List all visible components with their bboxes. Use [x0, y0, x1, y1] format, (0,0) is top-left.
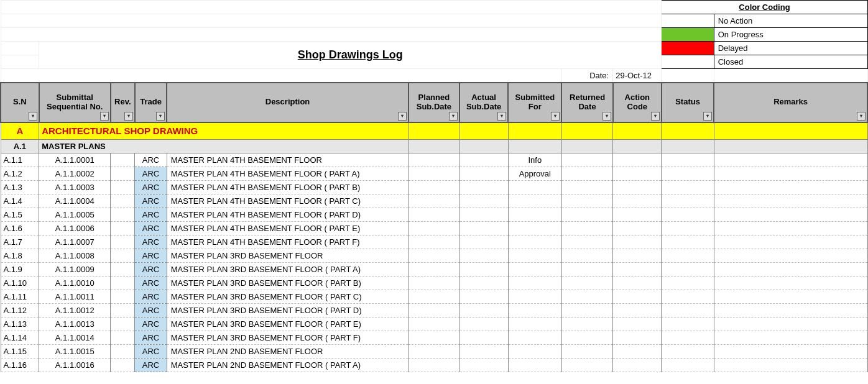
cell-remarks[interactable]	[714, 345, 867, 359]
cell-subfor[interactable]	[508, 277, 561, 290]
cell-planned[interactable]	[409, 153, 459, 167]
cell-status[interactable]	[662, 318, 714, 331]
cell-status[interactable]	[662, 290, 714, 304]
cell-subfor[interactable]	[508, 331, 561, 345]
table-row[interactable]: A.1.12A.1.1.0012ARCMASTER PLAN 3RD BASEM…	[1, 304, 867, 318]
cell-seq[interactable]: A.1.1.0001	[39, 153, 111, 167]
cell-rev[interactable]	[111, 208, 135, 222]
cell-planned[interactable]	[409, 235, 459, 249]
cell-status[interactable]	[662, 345, 714, 359]
filter-dropdown-icon[interactable]: ▾	[497, 112, 506, 121]
cell-actual[interactable]	[459, 263, 508, 277]
cell-action[interactable]	[613, 318, 662, 331]
table-row[interactable]: A.1.10A.1.1.0010ARCMASTER PLAN 3RD BASEM…	[1, 277, 867, 290]
cell-trade[interactable]: ARC	[135, 359, 167, 372]
col-status[interactable]: Status▾	[662, 83, 714, 122]
cell-status[interactable]	[662, 277, 714, 290]
cell-actual[interactable]	[459, 277, 508, 290]
cell-trade[interactable]: ARC	[135, 194, 167, 208]
cell-status[interactable]	[662, 222, 714, 235]
cell-remarks[interactable]	[714, 290, 867, 304]
cell-seq[interactable]: A.1.1.0003	[39, 181, 111, 194]
cell-sn[interactable]: A.1.8	[1, 249, 39, 263]
cell-trade[interactable]: ARC	[135, 208, 167, 222]
cell-trade[interactable]: ARC	[135, 249, 167, 263]
cell-action[interactable]	[613, 359, 662, 372]
table-row[interactable]: A.1.16A.1.1.0016ARCMASTER PLAN 2ND BASEM…	[1, 359, 867, 372]
cell-sn[interactable]: A.1.11	[1, 290, 39, 304]
cell-planned[interactable]	[409, 331, 459, 345]
cell-desc[interactable]: MASTER PLAN 3RD BASEMENT FLOOR ( PART C)	[167, 290, 409, 304]
cell-planned[interactable]	[409, 304, 459, 318]
cell-trade[interactable]: ARC	[135, 345, 167, 359]
col-planned[interactable]: Planned Sub.Date▾	[409, 83, 459, 122]
cell-sn[interactable]: A.1.10	[1, 277, 39, 290]
spreadsheet-table[interactable]: Color Coding No Action On Progress Shop …	[0, 0, 868, 372]
cell-subfor[interactable]	[508, 304, 561, 318]
cell-action[interactable]	[613, 194, 662, 208]
col-seq[interactable]: Submittal Sequential No.▾	[39, 83, 111, 122]
cell-actual[interactable]	[459, 208, 508, 222]
cell-remarks[interactable]	[714, 263, 867, 277]
cell-planned[interactable]	[409, 290, 459, 304]
filter-dropdown-icon[interactable]: ▾	[398, 112, 407, 121]
cell-action[interactable]	[613, 167, 662, 181]
cell-status[interactable]	[662, 304, 714, 318]
cell-sn[interactable]: A.1.2	[1, 167, 39, 181]
cell-remarks[interactable]	[714, 235, 867, 249]
cell-returned[interactable]	[561, 359, 612, 372]
table-row[interactable]: A.1.11A.1.1.0011ARCMASTER PLAN 3RD BASEM…	[1, 290, 867, 304]
cell-returned[interactable]	[561, 249, 612, 263]
cell-seq[interactable]: A.1.1.0002	[39, 167, 111, 181]
cell-remarks[interactable]	[714, 277, 867, 290]
cell-desc[interactable]: MASTER PLAN 3RD BASEMENT FLOOR ( PART E)	[167, 318, 409, 331]
cell-action[interactable]	[613, 222, 662, 235]
cell-subfor[interactable]	[508, 208, 561, 222]
cell-seq[interactable]: A.1.1.0006	[39, 222, 111, 235]
cell-seq[interactable]: A.1.1.0004	[39, 194, 111, 208]
filter-dropdown-icon[interactable]: ▾	[29, 112, 37, 121]
cell-trade[interactable]: ARC	[135, 277, 167, 290]
cell-remarks[interactable]	[714, 331, 867, 345]
cell-sn[interactable]: A.1.1	[1, 153, 39, 167]
cell-seq[interactable]: A.1.1.0008	[39, 249, 111, 263]
cell-trade[interactable]: ARC	[135, 153, 167, 167]
cell-desc[interactable]: MASTER PLAN 4TH BASEMENT FLOOR ( PART A)	[167, 167, 409, 181]
cell-sn[interactable]: A.1.14	[1, 331, 39, 345]
cell-rev[interactable]	[111, 304, 135, 318]
cell-returned[interactable]	[561, 153, 612, 167]
cell-remarks[interactable]	[714, 153, 867, 167]
cell-rev[interactable]	[111, 345, 135, 359]
cell-seq[interactable]: A.1.1.0005	[39, 208, 111, 222]
cell-planned[interactable]	[409, 181, 459, 194]
cell-actual[interactable]	[459, 235, 508, 249]
cell-returned[interactable]	[561, 277, 612, 290]
cell-rev[interactable]	[111, 153, 135, 167]
cell-actual[interactable]	[459, 167, 508, 181]
cell-seq[interactable]: A.1.1.0010	[39, 277, 111, 290]
cell-planned[interactable]	[409, 249, 459, 263]
cell-actual[interactable]	[459, 359, 508, 372]
cell-action[interactable]	[613, 208, 662, 222]
cell-sn[interactable]: A.1.4	[1, 194, 39, 208]
cell-action[interactable]	[613, 304, 662, 318]
cell-status[interactable]	[662, 153, 714, 167]
cell-remarks[interactable]	[714, 167, 867, 181]
cell-status[interactable]	[662, 263, 714, 277]
cell-planned[interactable]	[409, 345, 459, 359]
cell-remarks[interactable]	[714, 194, 867, 208]
cell-actual[interactable]	[459, 181, 508, 194]
cell-planned[interactable]	[409, 359, 459, 372]
cell-action[interactable]	[613, 181, 662, 194]
cell-status[interactable]	[662, 167, 714, 181]
category-row[interactable]: A ARCHITECTURAL SHOP DRAWING	[1, 122, 867, 140]
cell-actual[interactable]	[459, 331, 508, 345]
cell-sn[interactable]: A.1.6	[1, 222, 39, 235]
col-actual[interactable]: Actual Sub.Date▾	[459, 83, 508, 122]
cell-actual[interactable]	[459, 153, 508, 167]
cell-returned[interactable]	[561, 290, 612, 304]
cell-subfor[interactable]	[508, 290, 561, 304]
cell-status[interactable]	[662, 249, 714, 263]
cell-actual[interactable]	[459, 290, 508, 304]
cell-returned[interactable]	[561, 194, 612, 208]
